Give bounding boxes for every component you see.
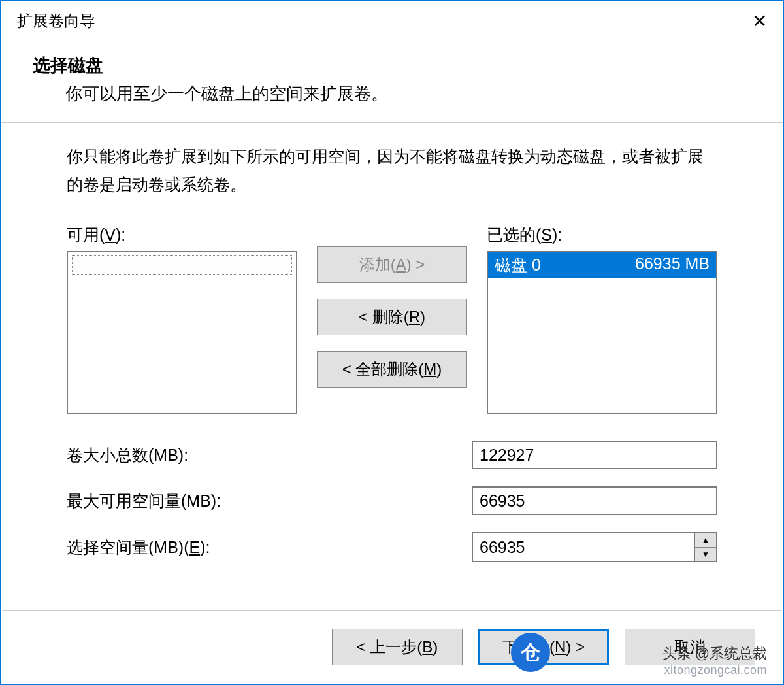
remove-all-button[interactable]: < 全部删除(M) bbox=[317, 351, 467, 388]
close-icon: ✕ bbox=[752, 10, 767, 32]
select-space-row: 选择空间量(MB)(E): ▲ ▼ bbox=[67, 532, 717, 562]
max-space-label: 最大可用空间量(MB): bbox=[67, 490, 472, 512]
select-space-label: 选择空间量(MB)(E): bbox=[67, 537, 472, 558]
selected-label: 已选的(S): bbox=[487, 224, 717, 246]
next-button[interactable]: 下一步(N) > bbox=[478, 629, 609, 665]
total-size-label: 卷大小总数(MB): bbox=[67, 444, 472, 466]
size-fields: 卷大小总数(MB): 122927 最大可用空间量(MB): 66935 选择空… bbox=[67, 441, 717, 562]
disk-size: 66935 MB bbox=[635, 254, 710, 276]
window-title: 扩展卷向导 bbox=[17, 10, 95, 31]
total-size-row: 卷大小总数(MB): 122927 bbox=[67, 441, 717, 469]
info-text: 你只能将此卷扩展到如下所示的可用空间，因为不能将磁盘转换为动态磁盘，或者被扩展的… bbox=[67, 142, 717, 198]
spinner-down-button[interactable]: ▼ bbox=[695, 548, 716, 561]
chevron-up-icon: ▲ bbox=[702, 535, 710, 544]
selected-disk-item[interactable]: 磁盘 0 66935 MB bbox=[488, 252, 716, 278]
available-column: 可用(V): bbox=[67, 224, 297, 414]
disk-lists-row: 可用(V): 添加(A) > < 删除(R) < 全部删除(M) bbox=[67, 224, 717, 414]
disk-name: 磁盘 0 bbox=[495, 254, 541, 276]
close-button[interactable]: ✕ bbox=[743, 5, 775, 37]
selected-listbox[interactable]: 磁盘 0 66935 MB bbox=[487, 251, 717, 414]
cancel-button[interactable]: 取消 bbox=[625, 629, 755, 665]
selected-column: 已选的(S): 磁盘 0 66935 MB bbox=[487, 224, 717, 414]
max-space-row: 最大可用空间量(MB): 66935 bbox=[67, 486, 717, 515]
available-label: 可用(V): bbox=[67, 224, 297, 246]
max-space-value: 66935 bbox=[472, 486, 717, 515]
wizard-footer: < 上一步(B) 下一步(N) > 取消 bbox=[3, 610, 781, 682]
select-space-input[interactable] bbox=[472, 532, 694, 562]
body-section: 你只能将此卷扩展到如下所示的可用空间，因为不能将磁盘转换为动态磁盘，或者被扩展的… bbox=[1, 123, 783, 562]
select-space-spinner: ▲ ▼ bbox=[472, 532, 717, 562]
remove-button[interactable]: < 删除(R) bbox=[317, 299, 467, 335]
page-subtitle: 你可以用至少一个磁盘上的空间来扩展卷。 bbox=[33, 82, 767, 105]
page-title: 选择磁盘 bbox=[33, 54, 767, 77]
transfer-buttons-column: 添加(A) > < 删除(R) < 全部删除(M) bbox=[317, 224, 467, 388]
spinner-up-button[interactable]: ▲ bbox=[695, 533, 716, 548]
titlebar: 扩展卷向导 ✕ bbox=[1, 1, 783, 41]
back-button[interactable]: < 上一步(B) bbox=[332, 629, 463, 665]
extend-volume-wizard-dialog: 扩展卷向导 ✕ 选择磁盘 你可以用至少一个磁盘上的空间来扩展卷。 你只能将此卷扩… bbox=[0, 0, 784, 685]
add-button[interactable]: 添加(A) > bbox=[317, 246, 467, 283]
spinner-buttons: ▲ ▼ bbox=[694, 532, 717, 562]
header-section: 选择磁盘 你可以用至少一个磁盘上的空间来扩展卷。 bbox=[1, 41, 783, 122]
total-size-value: 122927 bbox=[472, 441, 717, 469]
listbox-focus-placeholder bbox=[72, 255, 292, 275]
chevron-down-icon: ▼ bbox=[702, 550, 710, 559]
available-listbox[interactable] bbox=[67, 251, 297, 414]
